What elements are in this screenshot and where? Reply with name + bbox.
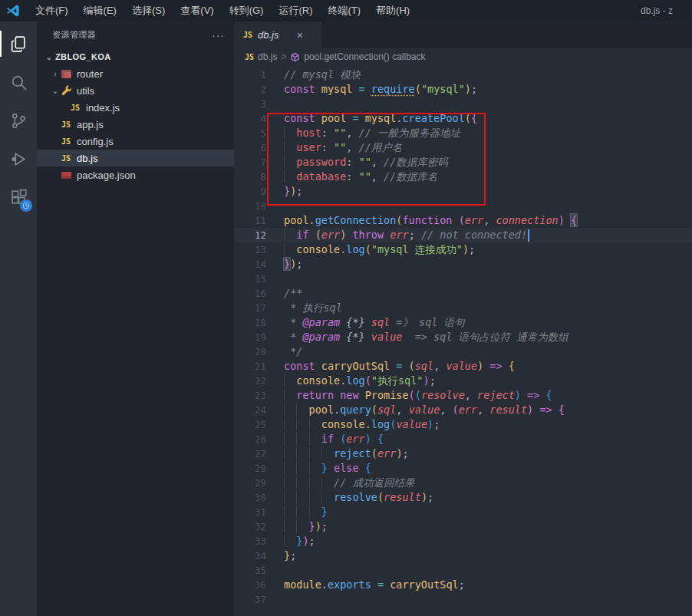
code-line-24[interactable]: 24 pool.query(sql, value, (err, result) … (234, 403, 692, 417)
menu-查看v[interactable]: 查看(V) (173, 0, 221, 21)
code-line-26[interactable]: 26 if (err) { (234, 432, 692, 446)
js-file-icon: JS (61, 120, 71, 129)
tab-db-js[interactable]: JS db.js × (234, 21, 323, 48)
extensions-icon[interactable] (0, 180, 37, 215)
js-file-icon: JS (61, 154, 71, 163)
code-line-14[interactable]: 14}); (234, 257, 692, 272)
breadcrumb-separator: > (281, 51, 286, 62)
code-line-17[interactable]: 17 * 执行sql (234, 301, 692, 315)
tree-item-config-js[interactable]: JSconfig.js (37, 133, 234, 150)
breadcrumb-symbol[interactable]: pool.getConnection() callback (290, 51, 425, 62)
menu-编辑e[interactable]: 编辑(E) (76, 0, 124, 21)
line-number: 8 (234, 170, 266, 184)
menu-运行r[interactable]: 运行(R) (271, 0, 320, 21)
breadcrumb-file[interactable]: JS db.js (245, 51, 277, 62)
menu-选择s[interactable]: 选择(S) (124, 0, 173, 21)
code-line-33[interactable]: 33 }); (234, 534, 692, 548)
line-number: 7 (234, 155, 266, 170)
line-number: 19 (234, 330, 266, 344)
line-number: 28 (234, 461, 266, 476)
line-number: 23 (234, 388, 266, 403)
code-line-25[interactable]: 25 console.log(value); (234, 417, 692, 432)
menu-转到g[interactable]: 转到(G) (222, 0, 272, 21)
code-line-3[interactable]: 3 (234, 97, 692, 111)
code-line-6[interactable]: 6 user: "", //用户名 (234, 140, 692, 155)
code-line-12[interactable]: 12 if (err) throw err; // not connected! (234, 228, 692, 242)
code-line-7[interactable]: 7 password: "", //数据库密码 (234, 155, 692, 170)
code-line-8[interactable]: 8 database: "", //数据库名 (234, 170, 692, 184)
code-line-28[interactable]: 28 } else { (234, 461, 692, 476)
code-line-19[interactable]: 19 * @param {*} value => sql 语句占位符 通常为数组 (234, 330, 692, 344)
line-number: 25 (234, 417, 266, 432)
title-bar: 文件(F)编辑(E)选择(S)查看(V)转到(G)运行(R)终端(T)帮助(H)… (0, 0, 692, 21)
tree-item-db-js[interactable]: JSdb.js (37, 150, 234, 166)
code-line-5[interactable]: 5 host: "", // 一般为服务器地址 (234, 126, 692, 140)
code-line-30[interactable]: 30 resolve(result); (234, 490, 692, 505)
tree-root-zblog-koa[interactable]: ⌄ZBLOG_KOA (37, 48, 234, 65)
code-line-21[interactable]: 21const carryOutSql = (sql, value) => { (234, 359, 692, 374)
breadcrumb: JS db.js > pool.getConnection() callback (234, 48, 692, 66)
sidebar-more-actions-button[interactable]: ··· (212, 29, 225, 41)
symbol-method-icon (290, 52, 300, 62)
line-number: 22 (234, 374, 266, 388)
code-line-9[interactable]: 9}); (234, 184, 692, 199)
line-number: 14 (234, 257, 266, 272)
source-control-icon[interactable] (0, 103, 37, 138)
code-line-22[interactable]: 22 console.log("执行sql"); (234, 374, 692, 388)
menu-终端t[interactable]: 终端(T) (320, 0, 368, 21)
code-line-23[interactable]: 23 return new Promise((resolve, reject) … (234, 388, 692, 403)
code-line-34[interactable]: 34}; (234, 548, 692, 563)
code-editor[interactable]: 1// mysql 模块2const mysql = require("mysq… (234, 66, 692, 616)
line-number: 20 (234, 344, 266, 359)
line-number: 26 (234, 432, 266, 446)
code-line-18[interactable]: 18 * @param {*} sql =》 sql 语句 (234, 315, 692, 330)
code-line-36[interactable]: 36module.exports = carryOutSql; (234, 578, 692, 592)
line-number: 12 (234, 228, 266, 242)
tree-item-index-js[interactable]: JSindex.js (37, 99, 234, 116)
line-number: 10 (234, 199, 266, 213)
code-line-2[interactable]: 2const mysql = require("mysql"); (234, 82, 692, 97)
editor-group: JS db.js × JS db.js > pool.getConnection… (234, 21, 692, 616)
code-line-29[interactable]: 29 // 成功返回结果 (234, 476, 692, 490)
chevron-down-icon: ⌄ (43, 53, 55, 61)
code-line-16[interactable]: 16/** (234, 286, 692, 301)
line-number: 11 (234, 213, 266, 228)
code-line-15[interactable]: 15 (234, 272, 692, 286)
menu-帮助h[interactable]: 帮助(H) (368, 0, 417, 21)
tree-item-router[interactable]: ›router (37, 65, 234, 82)
run-debug-icon[interactable] (0, 141, 37, 176)
tree-item-app-js[interactable]: JSapp.js (37, 116, 234, 133)
code-line-37[interactable]: 37 (234, 592, 692, 607)
code-line-1[interactable]: 1// mysql 模块 (234, 68, 692, 82)
explorer-sidebar: 资源管理器 ··· ⌄ZBLOG_KOA›router⌄utilsJSindex… (37, 21, 234, 616)
tree-item-label: index.js (86, 102, 120, 114)
code-line-10[interactable]: 10 (234, 199, 692, 213)
menu-文件f[interactable]: 文件(F) (28, 0, 76, 21)
code-line-4[interactable]: 4const pool = mysql.createPool({ (234, 111, 692, 126)
tab-label: db.js (258, 29, 278, 41)
code-line-13[interactable]: 13 console.log("mysql 连接成功"); (234, 242, 692, 257)
search-icon[interactable] (0, 64, 37, 100)
line-number: 34 (234, 548, 266, 563)
menu-bar: 文件(F)编辑(E)选择(S)查看(V)转到(G)运行(R)终端(T)帮助(H) (28, 0, 417, 21)
line-number: 2 (234, 82, 266, 97)
tree-item-label: config.js (77, 136, 114, 147)
line-number: 33 (234, 534, 266, 548)
tree-item-label: package.json (77, 170, 136, 181)
tree-item-label: db.js (77, 153, 97, 164)
code-line-27[interactable]: 27 reject(err); (234, 446, 692, 461)
line-number: 35 (234, 563, 266, 578)
line-number: 5 (234, 126, 266, 140)
code-line-32[interactable]: 32 }); (234, 519, 692, 534)
explorer-icon[interactable] (0, 26, 37, 61)
window-title: db.js - z (641, 0, 692, 21)
line-number: 18 (234, 315, 266, 330)
code-line-35[interactable]: 35 (234, 563, 692, 578)
tree-item-utils[interactable]: ⌄utils (37, 82, 234, 99)
code-line-31[interactable]: 31 } (234, 505, 692, 519)
code-line-20[interactable]: 20 */ (234, 344, 692, 359)
tree-item-label: router (77, 68, 103, 80)
tree-item-package-json[interactable]: package.json (37, 166, 234, 183)
code-line-11[interactable]: 11pool.getConnection(function (err, conn… (234, 213, 692, 228)
tab-close-icon[interactable]: × (295, 28, 305, 41)
